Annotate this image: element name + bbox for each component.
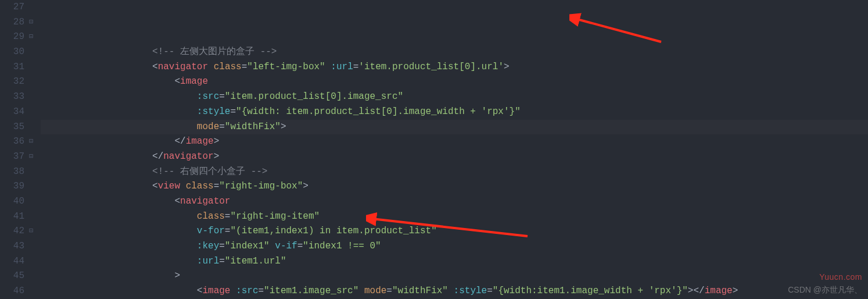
fold-marker[interactable]: ⊟ [29, 134, 41, 150]
fold-marker[interactable]: ⊟ [29, 224, 41, 239]
code-line[interactable]: <!-- 左侧大图片的盒子 --> [41, 45, 868, 60]
fold-marker [29, 120, 41, 135]
line-number-gutter: 2728293031323334353637383940414243444546 [0, 0, 29, 299]
line-number: 39 [0, 179, 24, 194]
code-line[interactable]: :key="index1" v-if="index1 !== 0" [41, 239, 868, 254]
fold-marker [29, 284, 41, 299]
line-number: 35 [0, 120, 24, 135]
fold-marker [29, 179, 41, 194]
code-line[interactable]: <navigator [41, 194, 868, 209]
line-number: 42 [0, 224, 24, 239]
line-number: 28 [0, 15, 24, 30]
line-number: 33 [0, 90, 24, 105]
code-line[interactable]: </navigator> [41, 150, 868, 165]
line-number: 41 [0, 209, 24, 225]
fold-marker [29, 194, 41, 209]
code-line[interactable]: <view class="right-img-box"> [41, 179, 868, 194]
code-line[interactable]: </image> [41, 134, 868, 150]
fold-marker [29, 105, 41, 120]
line-number: 38 [0, 165, 24, 180]
code-line[interactable]: :url="item1.url" [41, 254, 868, 269]
code-line[interactable]: v-for="(item1,index1) in item.product_li… [41, 224, 868, 239]
fold-marker [29, 165, 41, 180]
line-number: 36 [0, 134, 24, 150]
fold-marker[interactable]: ⊟ [29, 15, 41, 30]
line-number: 31 [0, 60, 24, 75]
fold-marker [29, 254, 41, 269]
code-line[interactable]: <image :src="item1.image_src" mode="widt… [41, 284, 868, 299]
fold-marker [29, 239, 41, 254]
fold-marker-column[interactable]: ⊟⊟⊟⊟⊟ [29, 0, 41, 299]
line-number: 46 [0, 284, 24, 299]
code-line[interactable]: class="right-img-item" [41, 209, 868, 225]
fold-marker [29, 209, 41, 225]
code-line[interactable]: > [41, 269, 868, 284]
code-line[interactable]: :style="{width: item.product_list[0].ima… [41, 105, 868, 120]
line-number: 37 [0, 150, 24, 165]
fold-marker [29, 0, 41, 15]
line-number: 44 [0, 254, 24, 269]
fold-marker [29, 269, 41, 284]
code-editor[interactable]: 2728293031323334353637383940414243444546… [0, 0, 868, 299]
watermark-site: Yuucn.com [819, 272, 862, 282]
fold-marker [29, 90, 41, 105]
line-number: 43 [0, 239, 24, 254]
line-number: 40 [0, 194, 24, 209]
code-line[interactable]: :src="item.product_list[0].image_src" [41, 90, 868, 105]
code-area[interactable]: <!-- 左侧大图片的盒子 --> <navigator class="left… [41, 0, 868, 299]
code-line[interactable]: <image [41, 74, 868, 90]
fold-marker[interactable]: ⊟ [29, 30, 41, 45]
line-number: 34 [0, 105, 24, 120]
watermark-credit: CSDN @亦世凡华、 [788, 285, 862, 296]
line-number: 32 [0, 74, 24, 90]
code-line[interactable]: <!-- 右侧四个小盒子 --> [41, 165, 868, 180]
fold-marker [29, 45, 41, 60]
line-number: 27 [0, 0, 24, 15]
line-number: 30 [0, 45, 24, 60]
fold-marker [29, 60, 41, 75]
code-line[interactable]: mode="widthFix"> [41, 120, 868, 135]
fold-marker [29, 74, 41, 90]
code-line[interactable]: <navigator class="left-img-box" :url='it… [41, 60, 868, 75]
line-number: 45 [0, 269, 24, 284]
fold-marker[interactable]: ⊟ [29, 150, 41, 165]
line-number: 29 [0, 30, 24, 45]
